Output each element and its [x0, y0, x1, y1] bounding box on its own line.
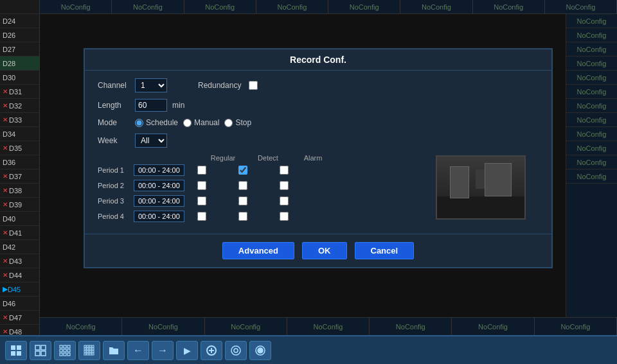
period-4-detect[interactable]: [238, 212, 247, 221]
period-3-alarm[interactable]: [280, 196, 289, 205]
svg-point-37: [234, 349, 238, 352]
period-2-detect[interactable]: [238, 181, 247, 190]
period-3-detect[interactable]: [238, 196, 247, 205]
svg-rect-29: [84, 353, 86, 355]
channel-D47: ✕D47: [0, 311, 39, 325]
period-2-row: Period 2 00:00 - 24:00: [98, 180, 410, 191]
svg-rect-10: [67, 345, 70, 348]
channel-D41: ✕D41: [0, 226, 39, 240]
channel-D30: D30: [0, 71, 39, 85]
svg-rect-7: [41, 351, 46, 356]
channel-D27: D27: [0, 42, 39, 56]
toolbar-btn-folder[interactable]: [103, 341, 125, 360]
length-unit: min: [172, 101, 184, 110]
length-row: Length min: [98, 99, 410, 112]
svg-rect-11: [60, 349, 62, 352]
bottom-cell-3: NoConfig: [205, 318, 287, 335]
week-label: Week: [98, 136, 130, 145]
advanced-button[interactable]: Advanced: [222, 242, 294, 259]
top-cell-2: NoConfig: [112, 0, 184, 13]
svg-rect-30: [87, 353, 89, 355]
svg-rect-5: [41, 345, 46, 350]
dialog-title: Record Conf.: [85, 49, 551, 71]
channel-D35: ✕D35: [0, 141, 39, 155]
channel-label: Channel: [98, 81, 130, 90]
channel-D33: ✕D33: [0, 113, 39, 127]
col-regular: Regular: [201, 154, 246, 162]
top-cell-6: NoConfig: [400, 0, 472, 13]
svg-rect-31: [89, 353, 91, 355]
svg-rect-6: [35, 351, 40, 356]
svg-rect-25: [84, 351, 86, 352]
toolbar-btn-grid1[interactable]: [5, 341, 27, 360]
toolbar-btn-camera[interactable]: [225, 341, 247, 360]
period-4-regular[interactable]: [197, 212, 206, 221]
channel-D26: D26: [0, 28, 39, 42]
sidebar-header: [0, 0, 40, 14]
period-4-time: 00:00 - 24:00: [134, 211, 184, 222]
toolbar-btn-grid2[interactable]: [30, 341, 51, 360]
period-1-detect[interactable]: [238, 166, 247, 175]
period-2-time: 00:00 - 24:00: [134, 180, 184, 191]
bottom-cell-1: NoConfig: [40, 318, 122, 335]
svg-rect-18: [87, 345, 89, 347]
period-2-regular[interactable]: [197, 181, 206, 190]
toolbar-btn-record[interactable]: [249, 341, 271, 360]
toolbar-btn-next[interactable]: →: [152, 341, 174, 360]
svg-rect-12: [64, 349, 66, 352]
ok-button[interactable]: OK: [302, 242, 347, 259]
channel-D34: D34: [0, 127, 39, 141]
period-4-alarm[interactable]: [280, 212, 289, 221]
toolbar-btn-grid3[interactable]: [54, 341, 76, 360]
svg-rect-14: [60, 353, 62, 356]
channel-D45: ▶D45: [0, 282, 39, 297]
channel-D40: D40: [0, 212, 39, 226]
col-alarm: Alarm: [291, 154, 335, 162]
week-select[interactable]: All: [135, 134, 167, 148]
left-sidebar: D24 D26 D27 D28 D30 ✕D31 ✕D32 ✕D33 D34 ✕…: [0, 0, 40, 364]
bottom-cell-4: NoConfig: [287, 318, 370, 335]
channel-D44: ✕D44: [0, 268, 39, 282]
mode-schedule-label: Schedule: [146, 118, 178, 127]
toolbar-btn-play[interactable]: ▶: [176, 341, 198, 360]
mode-manual-radio[interactable]: [183, 119, 192, 127]
dialog-body: Channel 1 Redundancy Length min Mode Sch…: [85, 71, 551, 234]
channel-D32: ✕D32: [0, 99, 39, 113]
period-1-alarm[interactable]: [280, 166, 289, 175]
channel-select[interactable]: 1: [135, 78, 167, 92]
svg-rect-28: [92, 351, 94, 352]
channel-D37: ✕D37: [0, 169, 39, 184]
period-col-headers: Regular Detect Alarm: [98, 154, 410, 162]
svg-rect-13: [67, 349, 70, 352]
period-3-regular[interactable]: [197, 196, 206, 205]
svg-rect-32: [92, 353, 94, 355]
week-row: Week All: [98, 134, 410, 148]
period-2-alarm[interactable]: [280, 181, 289, 190]
mode-stop-option[interactable]: Stop: [224, 118, 251, 127]
dialog-footer: Advanced OK Cancel: [85, 234, 551, 267]
redundancy-label: Redundancy: [198, 81, 241, 90]
svg-point-36: [231, 346, 240, 355]
mode-schedule-option[interactable]: Schedule: [135, 118, 178, 127]
bottom-cell-5: NoConfig: [370, 318, 452, 335]
top-cell-1: NoConfig: [40, 0, 112, 13]
toolbar-btn-grid4[interactable]: [78, 341, 100, 360]
toolbar-btn-add[interactable]: [201, 341, 222, 360]
svg-rect-16: [67, 353, 70, 356]
channel-D38: ✕D38: [0, 184, 39, 198]
length-input[interactable]: [135, 99, 167, 112]
channel-D46: D46: [0, 297, 39, 311]
svg-rect-9: [64, 345, 66, 348]
redundancy-checkbox[interactable]: [249, 81, 258, 90]
col-detect: Detect: [246, 154, 291, 162]
cancel-button[interactable]: Cancel: [355, 242, 415, 259]
top-cell-8: NoConfig: [545, 0, 617, 13]
svg-rect-22: [87, 348, 89, 350]
period-1-regular[interactable]: [197, 166, 206, 175]
mode-manual-option[interactable]: Manual: [183, 118, 219, 127]
bottom-toolbar: ← → ▶: [0, 335, 617, 364]
svg-rect-1: [17, 345, 21, 350]
mode-stop-radio[interactable]: [224, 119, 233, 127]
mode-schedule-radio[interactable]: [135, 119, 143, 127]
toolbar-btn-prev[interactable]: ←: [127, 341, 149, 360]
